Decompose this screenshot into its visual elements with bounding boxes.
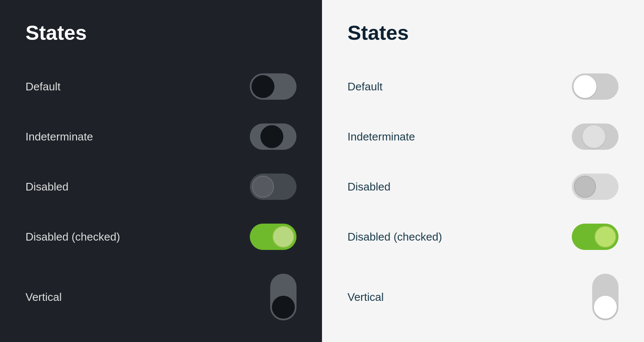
dark-default-thumb: [251, 75, 274, 98]
dark-panel-title: States: [25, 21, 297, 45]
light-panel: States Default Indeterminate Disabled Di…: [322, 0, 644, 342]
dark-disabled-thumb: [252, 176, 274, 198]
light-indeterminate-row: Indeterminate: [347, 112, 619, 162]
dark-disabled-checked-thumb: [272, 226, 294, 248]
light-vertical-toggle[interactable]: [592, 274, 619, 320]
light-disabled-checked-thumb: [594, 226, 616, 248]
light-default-thumb: [573, 75, 596, 98]
light-disabled-checked-label: Disabled (checked): [347, 230, 442, 244]
dark-indeterminate-thumb: [260, 125, 283, 148]
dark-disabled-label: Disabled: [25, 180, 68, 193]
light-indeterminate-label: Indeterminate: [347, 130, 415, 143]
light-disabled-checked-toggle: [572, 224, 619, 250]
dark-disabled-checked-toggle: [250, 224, 297, 250]
dark-disabled-toggle: [250, 174, 297, 200]
dark-disabled-checked-row: Disabled (checked): [25, 212, 297, 262]
light-default-label: Default: [347, 80, 382, 93]
dark-indeterminate-label: Indeterminate: [25, 130, 93, 143]
light-indeterminate-thumb: [582, 125, 605, 148]
dark-indeterminate-toggle[interactable]: [250, 123, 297, 150]
dark-default-row: Default: [25, 62, 297, 112]
dark-indeterminate-row: Indeterminate: [25, 112, 297, 162]
light-disabled-toggle: [572, 174, 619, 200]
dark-disabled-row: Disabled: [25, 162, 297, 212]
dark-default-label: Default: [25, 80, 60, 93]
light-disabled-checked-row: Disabled (checked): [347, 212, 619, 262]
light-default-row: Default: [347, 62, 619, 112]
dark-panel: States Default Indeterminate Disabled Di…: [0, 0, 322, 342]
light-panel-title: States: [347, 21, 619, 45]
dark-vertical-row: Vertical: [25, 262, 297, 332]
light-vertical-row: Vertical: [347, 262, 619, 332]
light-disabled-row: Disabled: [347, 162, 619, 212]
light-disabled-thumb: [574, 176, 596, 198]
dark-default-toggle[interactable]: [250, 73, 297, 100]
dark-disabled-checked-label: Disabled (checked): [25, 230, 120, 244]
dark-vertical-toggle[interactable]: [270, 274, 297, 320]
light-disabled-label: Disabled: [347, 180, 390, 193]
light-vertical-thumb: [594, 296, 617, 319]
light-vertical-label: Vertical: [347, 291, 384, 304]
light-default-toggle[interactable]: [572, 73, 619, 100]
light-indeterminate-toggle[interactable]: [572, 123, 619, 150]
dark-vertical-label: Vertical: [25, 291, 62, 304]
dark-vertical-thumb: [272, 296, 295, 319]
